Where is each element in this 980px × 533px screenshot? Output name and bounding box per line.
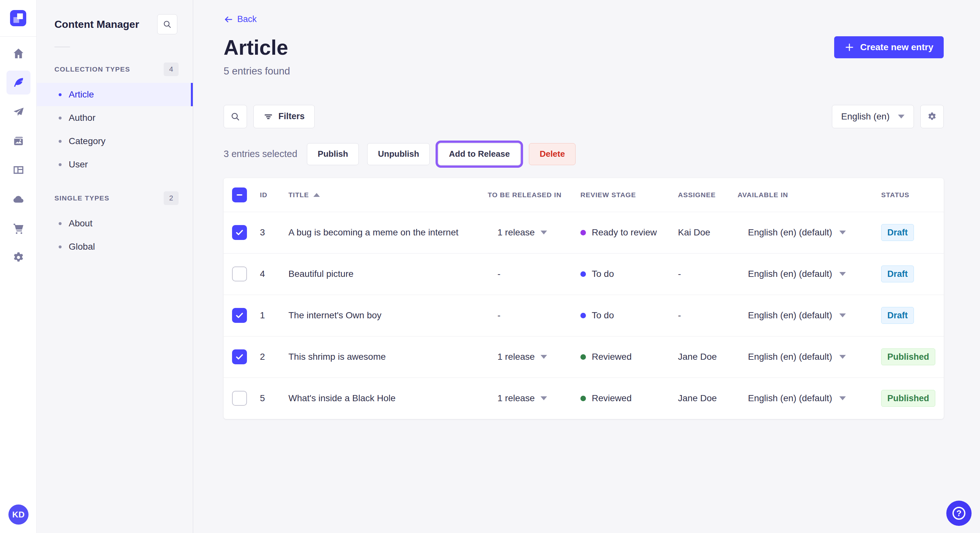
column-header-id[interactable]: ID xyxy=(260,191,288,199)
collection-types-heading: COLLECTION TYPES xyxy=(54,65,130,73)
row-review-stage: To do xyxy=(581,310,678,320)
sidebar-item-category[interactable]: Category xyxy=(37,130,193,153)
table-search-button[interactable] xyxy=(224,105,247,128)
back-arrow-icon xyxy=(224,14,233,24)
entries-count-text: 5 entries found xyxy=(224,65,944,77)
row-release-dropdown[interactable]: 1 release xyxy=(488,227,581,238)
publish-button[interactable]: Publish xyxy=(307,143,359,165)
row-review-stage: To do xyxy=(581,269,678,279)
sidebar-item-about[interactable]: About xyxy=(37,212,193,235)
selection-count-text: 3 entries selected xyxy=(224,149,297,159)
bullet-icon xyxy=(59,246,62,248)
row-checkbox[interactable] xyxy=(232,225,247,240)
row-title: This shrimp is awesome xyxy=(288,352,488,362)
single-types-heading: SINGLE TYPES xyxy=(54,194,110,202)
row-id: 1 xyxy=(260,310,288,320)
bullet-icon xyxy=(59,140,62,143)
column-header-assignee[interactable]: ASSIGNEE xyxy=(678,191,738,199)
collection-types-count-badge: 4 xyxy=(164,62,178,76)
bullet-icon xyxy=(59,163,62,166)
add-to-release-button[interactable]: Add to Release xyxy=(438,143,520,165)
sidebar-search-button[interactable] xyxy=(157,14,177,34)
select-all-checkbox[interactable] xyxy=(232,187,247,202)
user-avatar[interactable]: KD xyxy=(8,504,29,525)
chevron-down-icon xyxy=(839,314,846,317)
row-release-dropdown[interactable]: 1 release xyxy=(488,393,581,403)
stage-dot-icon xyxy=(581,230,586,235)
plus-icon xyxy=(845,43,854,52)
row-review-stage: Reviewed xyxy=(581,393,678,403)
view-settings-button[interactable] xyxy=(920,105,944,128)
row-assignee: Kai Doe xyxy=(678,227,738,238)
row-id: 2 xyxy=(260,352,288,362)
row-release-dropdown[interactable]: - xyxy=(488,269,581,279)
table-row[interactable]: 2 This shrimp is awesome 1 release Revie… xyxy=(224,336,944,378)
locale-selected-value: English (en) xyxy=(841,111,889,122)
table-row[interactable]: 3 A bug is becoming a meme on the intern… xyxy=(224,212,944,253)
chevron-down-icon xyxy=(898,115,905,119)
table-row[interactable]: 1 The internet's Own boy - To do - Engli… xyxy=(224,295,944,336)
create-new-entry-button[interactable]: Create new entry xyxy=(834,36,944,58)
row-checkbox[interactable] xyxy=(232,308,247,323)
row-locale-dropdown[interactable]: English (en) (default) xyxy=(738,352,881,362)
column-header-title[interactable]: TITLE xyxy=(288,191,488,199)
single-types-count-badge: 2 xyxy=(164,191,178,205)
column-header-to-be-released-in[interactable]: TO BE RELEASED IN xyxy=(488,191,581,199)
feather-icon[interactable] xyxy=(6,71,30,95)
layout-icon[interactable] xyxy=(6,158,30,182)
back-link[interactable]: Back xyxy=(224,14,257,24)
row-release-dropdown[interactable]: 1 release xyxy=(488,352,581,362)
sidebar-item-global[interactable]: Global xyxy=(37,235,193,259)
filter-icon xyxy=(264,112,273,121)
help-button[interactable]: ? xyxy=(946,501,972,526)
table-row[interactable]: 5 What's inside a Black Hole 1 release R… xyxy=(224,378,944,419)
row-checkbox[interactable] xyxy=(232,349,247,364)
logo-area xyxy=(0,0,36,36)
cart-icon[interactable] xyxy=(6,216,30,240)
table-row[interactable]: 4 Beautiful picture - To do - English (e… xyxy=(224,253,944,295)
row-locale-dropdown[interactable]: English (en) (default) xyxy=(738,393,881,403)
gear-icon xyxy=(927,111,937,122)
unpublish-button[interactable]: Unpublish xyxy=(367,143,430,165)
row-checkbox[interactable] xyxy=(232,266,247,281)
table-body: 3 A bug is becoming a meme on the intern… xyxy=(224,212,944,419)
sidebar-item-label: User xyxy=(69,159,88,170)
row-locale-dropdown[interactable]: English (en) (default) xyxy=(738,310,881,320)
row-release-dropdown[interactable]: - xyxy=(488,310,581,320)
sidebar-item-label: Global xyxy=(69,241,95,252)
home-icon[interactable] xyxy=(6,41,30,65)
column-header-review-stage[interactable]: REVIEW STAGE xyxy=(581,191,678,199)
row-title: What's inside a Black Hole xyxy=(288,393,488,403)
search-icon xyxy=(231,112,240,121)
paper-plane-icon[interactable] xyxy=(6,100,30,124)
filters-button[interactable]: Filters xyxy=(253,105,315,128)
sidebar-item-author[interactable]: Author xyxy=(37,106,193,130)
delete-button[interactable]: Delete xyxy=(529,143,576,165)
row-locale-dropdown[interactable]: English (en) (default) xyxy=(738,269,881,279)
bullet-icon xyxy=(59,117,62,119)
sort-ascending-icon xyxy=(313,193,320,197)
gear-icon[interactable] xyxy=(6,246,30,270)
sidebar-item-article[interactable]: Article xyxy=(37,83,193,106)
column-header-status[interactable]: STATUS xyxy=(881,191,944,199)
chevron-down-icon xyxy=(839,397,846,400)
row-locale-dropdown[interactable]: English (en) (default) xyxy=(738,227,881,238)
row-review-stage: Ready to review xyxy=(581,227,678,238)
column-header-available-in[interactable]: AVAILABLE IN xyxy=(738,191,881,199)
row-checkbox[interactable] xyxy=(232,391,247,406)
cloud-icon[interactable] xyxy=(6,187,30,211)
sidebar-divider xyxy=(54,47,70,47)
media-icon[interactable] xyxy=(6,129,30,153)
status-badge: Published xyxy=(881,390,935,407)
content-manager-sidebar: Content Manager COLLECTION TYPES 4 Artic… xyxy=(37,0,193,533)
row-assignee: - xyxy=(678,310,738,320)
sidebar-item-user[interactable]: User xyxy=(37,153,193,176)
stage-dot-icon xyxy=(581,313,586,318)
locale-select[interactable]: English (en) xyxy=(832,105,914,128)
row-assignee: Jane Doe xyxy=(678,352,738,362)
entries-table: ID TITLE TO BE RELEASED IN REVIEW STAGE … xyxy=(224,178,944,419)
strapi-logo-icon[interactable] xyxy=(10,10,26,26)
nav-rail: KD xyxy=(0,0,37,533)
chevron-down-icon xyxy=(839,230,846,235)
question-mark-icon: ? xyxy=(953,507,966,520)
